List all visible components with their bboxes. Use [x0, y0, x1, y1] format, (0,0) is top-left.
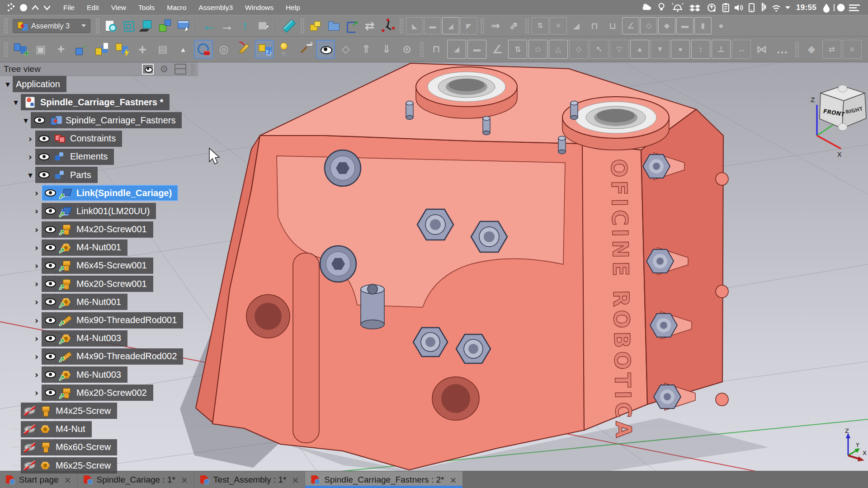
constraint-plane-icon[interactable]: ◢ [568, 17, 585, 34]
tree-item-m6x20-screw002[interactable]: ›↗M6x20-Screw002 [32, 384, 183, 402]
expand-arrow-icon[interactable]: › [32, 261, 42, 271]
expand-arrow-icon[interactable]: › [32, 206, 42, 216]
toolbar-overflow-icon[interactable]: » [864, 40, 868, 59]
toolbar-grip[interactable] [795, 42, 799, 57]
chevron-down-icon[interactable] [44, 6, 50, 9]
tree-item-chip[interactable]: ↗M6-Nut003 [42, 366, 127, 383]
constraint-perp-icon[interactable]: ◇ [640, 17, 657, 34]
auto-recompute-toggle-icon[interactable] [255, 40, 274, 59]
constraint-b4-icon[interactable]: ▲ [630, 40, 649, 59]
add-part-icon[interactable]: + [52, 40, 71, 59]
app-dots-icon[interactable] [8, 3, 14, 11]
tree-item-chip[interactable]: Spindle_Carriage_Fastners [31, 112, 182, 128]
tree-item-m6x20-screw001[interactable]: ›↗M6x20-Screw001 [32, 275, 183, 293]
constraint-lock2-icon[interactable]: ⊔ [604, 17, 621, 34]
close-tab-icon[interactable]: × [292, 475, 299, 485]
sync-icon[interactable] [708, 4, 716, 12]
draw-style-wireframe-icon[interactable] [120, 17, 137, 34]
tree-item-chip[interactable]: ↗M6-Nut001 [42, 294, 127, 310]
gear-icon[interactable]: ⚙ [158, 64, 170, 75]
record-circle-icon[interactable] [837, 4, 845, 11]
menu-item-macro[interactable]: Macro [167, 4, 186, 12]
visibility-on-icon[interactable] [45, 280, 56, 287]
visibility-on-icon[interactable] [45, 207, 56, 215]
expand-arrow-icon[interactable]: › [25, 152, 35, 162]
tree-item-m4-nut003[interactable]: ›↗M4-Nut003 [32, 329, 183, 347]
collapse-arrow-icon[interactable]: ▾ [25, 170, 35, 180]
visibility-off-icon[interactable] [24, 444, 35, 451]
lock-mover-toggle-icon[interactable] [194, 40, 213, 59]
chevron-down-icon[interactable] [785, 6, 790, 9]
move-item-down-icon[interactable]: ⇓ [377, 40, 396, 59]
tree-item-chip[interactable]: ↗M6x90-ThreadedRod001 [42, 312, 183, 328]
tree-view-header[interactable]: Tree view ⚙ [0, 62, 198, 76]
menu-item-help[interactable]: Help [286, 4, 300, 12]
close-tab-icon[interactable]: × [64, 475, 71, 485]
tree-item-chip[interactable]: Parts [35, 167, 98, 183]
clipboard-icon[interactable] [723, 3, 729, 12]
tree-item-m6x90-threadedrod001[interactable]: ›↗M6x90-ThreadedRod001 [32, 311, 183, 329]
constraint-b1-icon[interactable]: ⇅ [508, 40, 527, 59]
constraint-b7-icon[interactable]: ⊥ [712, 40, 731, 59]
constraint-angle-icon[interactable]: ∠ [622, 17, 639, 34]
constraint-d1-icon[interactable]: ◇ [569, 40, 588, 59]
toolbar-grip[interactable] [480, 18, 484, 33]
view-fit-icon[interactable] [102, 17, 119, 34]
tree-item-chip[interactable]: Elements [35, 149, 114, 165]
show-element-toggle-icon[interactable] [316, 40, 335, 59]
constraint-d7-icon[interactable]: ≡ [843, 40, 862, 59]
toolbar-grip[interactable] [300, 18, 304, 33]
tree-item-spindle-carriage-fastners[interactable]: ▾Spindle_Carriage_Fastners [21, 111, 183, 129]
angle-tool-icon[interactable]: ∠ [488, 40, 507, 59]
tree-item-chip[interactable]: M4x25-Screw [21, 403, 117, 419]
visibility-on-icon[interactable] [45, 189, 56, 197]
water-drop-icon[interactable] [823, 4, 830, 13]
tree-item-spindle-carriage-fastners[interactable]: ▾Spindle_Carriage_Fastners * [11, 93, 183, 111]
nav-forward-icon[interactable]: → [218, 17, 236, 34]
tree-item-m4x25-screw[interactable]: M4x25-Screw [11, 402, 183, 420]
draw-style-shaded-icon[interactable] [138, 17, 156, 34]
measure-icon[interactable] [280, 17, 297, 34]
menu-lines-icon[interactable] [849, 5, 860, 11]
constraint-distance-icon[interactable]: ⇅ [532, 17, 549, 34]
visibility-on-icon[interactable] [45, 335, 56, 342]
document-tab-test-assembly-1[interactable]: Test_Assembly : 1*× [194, 471, 305, 488]
solid-utils-icon[interactable] [307, 17, 324, 34]
tree-item-constraints[interactable]: ›Constraints [25, 130, 183, 148]
attach-plane-icon[interactable]: ◢ [447, 40, 466, 59]
menu-item-tools[interactable]: Tools [138, 4, 155, 12]
copy-icon[interactable]: ▣ [31, 40, 50, 59]
attach-cylinder-icon[interactable]: ▬ [467, 40, 486, 59]
tree-item-chip[interactable]: ↗M6x45-Screw001 [42, 258, 153, 274]
constraint-b2-icon[interactable]: ◇ [528, 40, 547, 59]
menu-item-assembly3[interactable]: Assembly3 [198, 4, 233, 12]
constraint-b6-icon[interactable]: ↕ [691, 40, 710, 59]
expand-arrow-icon[interactable]: › [32, 352, 42, 361]
constraint-d5-icon[interactable]: ↔ [732, 40, 751, 59]
expand-arrow-icon[interactable]: › [32, 388, 42, 398]
model-part[interactable]: OFICINE ROBOTICA [180, 63, 769, 471]
lightbulb-icon[interactable] [659, 3, 664, 10]
visibility-off-icon[interactable] [24, 462, 35, 469]
constraint-d6-icon[interactable]: ⇄ [822, 40, 841, 59]
expand-arrow-icon[interactable]: › [32, 225, 42, 235]
weather-icon[interactable] [643, 4, 651, 10]
nav-up-icon[interactable]: ↑ [236, 17, 254, 34]
tree-item-m6-nut001[interactable]: ›↗M6-Nut001 [32, 293, 183, 311]
tree-item-chip[interactable]: ↗Link001(LM20UU) [42, 203, 156, 219]
visibility-on-icon[interactable] [38, 153, 50, 160]
expand-arrow-icon[interactable]: › [32, 188, 42, 198]
toolbar-grip[interactable] [525, 18, 529, 33]
split-window-icon[interactable] [175, 64, 186, 75]
more-icon[interactable]: … [773, 40, 792, 59]
export-part-icon[interactable] [255, 17, 272, 34]
rings-icon[interactable]: ⊙ [397, 40, 416, 59]
visibility-off-icon[interactable] [24, 407, 35, 414]
element-picker-icon[interactable]: ▲ [174, 40, 193, 59]
constraint-parallel-icon[interactable]: ◆ [658, 17, 675, 34]
tree-item-m4x90-threadedrod002[interactable]: ›↗M4x90-ThreadedRod002 [32, 347, 183, 366]
expand-arrow-icon[interactable]: › [32, 315, 42, 325]
tree-item-chip[interactable]: ↗M4-Nut001 [42, 239, 127, 256]
measure-distance-icon[interactable]: ◣ [406, 17, 423, 34]
tree-item-m6-nut003[interactable]: ›↗M6-Nut003 [32, 366, 183, 384]
